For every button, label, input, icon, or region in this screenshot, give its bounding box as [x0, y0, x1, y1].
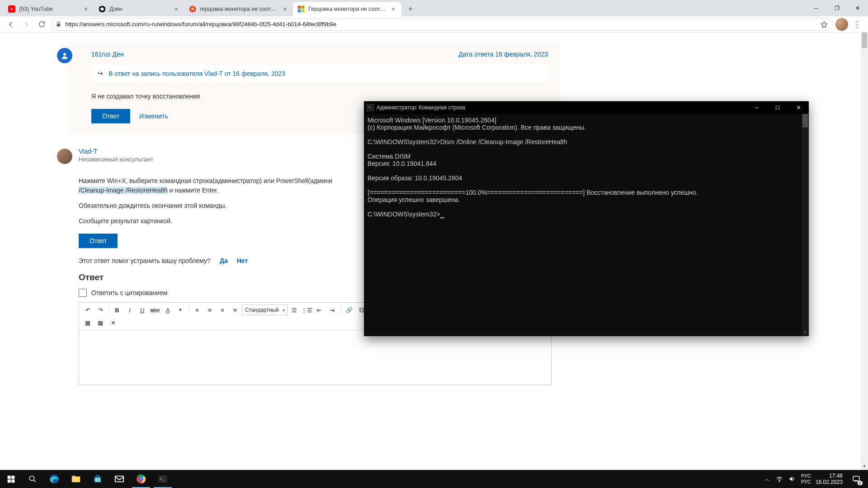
browser-toolbar: https://answers.microsoft.com/ru-ru/wind… — [0, 16, 868, 33]
yandex-icon: Я — [189, 5, 196, 13]
forward-button[interactable] — [20, 18, 33, 31]
tray-overflow-button[interactable]: ︿ — [763, 475, 771, 483]
bold-button[interactable]: B — [111, 305, 123, 315]
indent-button[interactable]: ⇥ — [326, 305, 338, 315]
bookmark-star-icon[interactable] — [821, 21, 828, 28]
reload-button[interactable] — [35, 18, 48, 31]
maximize-button[interactable]: ❐ — [826, 0, 847, 16]
svg-rect-30 — [853, 476, 859, 481]
align-justify-button[interactable]: ≡ — [229, 305, 241, 315]
user-avatar-icon — [57, 48, 72, 63]
tab-zen[interactable]: Дзен × — [94, 2, 184, 16]
text-color-dropdown[interactable]: ▼ — [175, 305, 186, 315]
cmd-taskbar-button[interactable]: >_ — [152, 470, 174, 488]
text-color-button[interactable]: A — [162, 305, 174, 315]
helpful-no-button[interactable]: Нет — [237, 257, 248, 264]
cmd-title: Администратор: Командная строка — [377, 104, 465, 111]
close-icon[interactable]: × — [173, 5, 180, 13]
close-icon[interactable]: × — [281, 5, 288, 13]
page-scrollbar[interactable]: ▲ ▼ — [861, 33, 868, 470]
clear-format-button[interactable]: ✕ — [107, 317, 119, 328]
author-link[interactable]: 161rus Ден — [91, 51, 124, 58]
svg-rect-10 — [11, 475, 14, 479]
reply-button[interactable]: Ответ — [79, 234, 118, 248]
address-bar[interactable]: https://answers.microsoft.com/ru-ru/wind… — [51, 18, 833, 31]
scroll-thumb[interactable] — [862, 33, 867, 48]
store-taskbar-button[interactable] — [87, 470, 108, 488]
table-props-button[interactable]: ▦ — [82, 317, 94, 328]
helpful-yes-button[interactable]: Да — [220, 257, 228, 264]
reply-reference[interactable]: ↪ В ответ на запись пользователя Vlad-T … — [91, 65, 548, 82]
align-right-button[interactable]: ≡ — [217, 305, 228, 315]
table-delete-button[interactable]: ▦ — [94, 317, 106, 328]
cmd-output[interactable]: Microsoft Windows [Version 10.0.19045.26… — [364, 114, 809, 336]
chrome-taskbar-button[interactable] — [130, 470, 152, 488]
profile-avatar-button[interactable] — [835, 18, 848, 31]
back-button[interactable] — [5, 18, 17, 31]
answer-date-link[interactable]: Дата ответа 16 февраля, 2023 — [458, 51, 548, 58]
svg-rect-19 — [95, 478, 97, 479]
search-button[interactable] — [22, 470, 43, 488]
post-paragraph: Я не создавал точку восстановления — [91, 92, 548, 101]
outdent-button[interactable]: ⇤ — [314, 305, 326, 315]
cmd-minimize-button[interactable]: ─ — [746, 101, 767, 114]
reply-button[interactable]: Ответ — [91, 109, 130, 123]
redo-button[interactable]: ↷ — [94, 305, 106, 315]
tab-title: Дзен — [109, 6, 169, 12]
cmd-titlebar[interactable]: C: Администратор: Командная строка ─ ☐ ✕ — [364, 101, 809, 114]
reply-arrow-icon: ↪ — [98, 70, 103, 77]
edge-taskbar-button[interactable] — [43, 470, 65, 488]
cmd-maximize-button[interactable]: ☐ — [767, 101, 788, 114]
cmd-close-button[interactable]: ✕ — [788, 101, 809, 114]
quote-checkbox[interactable] — [79, 289, 87, 297]
edit-button[interactable]: Изменить — [139, 113, 168, 120]
underline-button[interactable]: U — [137, 305, 148, 315]
cmd-scroll-down-icon[interactable]: ▼ — [802, 329, 809, 336]
volume-icon[interactable] — [788, 475, 797, 483]
italic-button[interactable]: I — [124, 305, 136, 315]
tab-yandex[interactable]: Я герцовка монитора не соответ × — [184, 2, 293, 16]
close-window-button[interactable]: ✕ — [847, 0, 868, 16]
strikethrough-button[interactable]: abc — [149, 305, 161, 315]
scroll-down-icon[interactable]: ▼ — [861, 463, 868, 470]
wifi-icon[interactable] — [776, 475, 784, 483]
input-language[interactable]: РУС РУС — [801, 473, 811, 485]
window-controls: ─ ❐ ✕ — [806, 0, 868, 16]
tab-ms-answers[interactable]: Герцовка монитора не соответ × — [293, 2, 401, 16]
cmd-window[interactable]: C: Администратор: Командная строка ─ ☐ ✕… — [364, 101, 809, 336]
style-select[interactable]: Стандартный — [242, 305, 288, 315]
svg-rect-5 — [302, 6, 305, 9]
cmd-scrollbar[interactable]: ▼ — [802, 114, 809, 336]
close-icon[interactable]: × — [390, 5, 397, 13]
link-button[interactable]: 🔗 — [343, 305, 355, 315]
undo-button[interactable]: ↶ — [82, 305, 94, 315]
browser-tabstrip: (53) YouTube × Дзен × Я герцовка монитор… — [0, 0, 868, 16]
svg-point-29 — [779, 481, 779, 482]
align-left-button[interactable]: ≡ — [191, 305, 203, 315]
svg-rect-20 — [98, 478, 100, 479]
tab-youtube[interactable]: (53) YouTube × — [4, 2, 94, 16]
taskbar-clock[interactable]: 17:48 16.02.2023 — [816, 473, 843, 485]
action-center-button[interactable]: 8 — [847, 470, 865, 488]
minimize-button[interactable]: ─ — [806, 0, 826, 16]
helpful-question: Этот ответ помог устранить вашу проблему… — [79, 257, 211, 264]
svg-text:Я: Я — [191, 7, 194, 11]
align-center-button[interactable]: ≡ — [204, 305, 216, 315]
ordered-list-button[interactable]: ☰ — [288, 305, 300, 315]
svg-rect-18 — [96, 476, 99, 477]
editor-textarea[interactable] — [79, 330, 551, 385]
reply-reference-link[interactable]: В ответ на запись пользователя Vlad-T от… — [108, 70, 285, 77]
svg-rect-23 — [115, 476, 123, 482]
new-tab-button[interactable]: + — [404, 3, 417, 15]
svg-rect-7 — [302, 9, 305, 13]
browser-menu-button[interactable]: ⋮ — [851, 19, 863, 29]
svg-rect-16 — [72, 476, 75, 478]
cmd-scroll-thumb[interactable] — [802, 114, 808, 127]
tab-title: (53) YouTube — [19, 6, 79, 12]
explorer-taskbar-button[interactable] — [65, 470, 87, 488]
close-icon[interactable]: × — [82, 5, 90, 13]
notification-badge: 8 — [858, 481, 863, 485]
unordered-list-button[interactable]: ⋮☰ — [301, 305, 313, 315]
mail-taskbar-button[interactable] — [108, 470, 130, 488]
start-button[interactable] — [0, 470, 22, 488]
